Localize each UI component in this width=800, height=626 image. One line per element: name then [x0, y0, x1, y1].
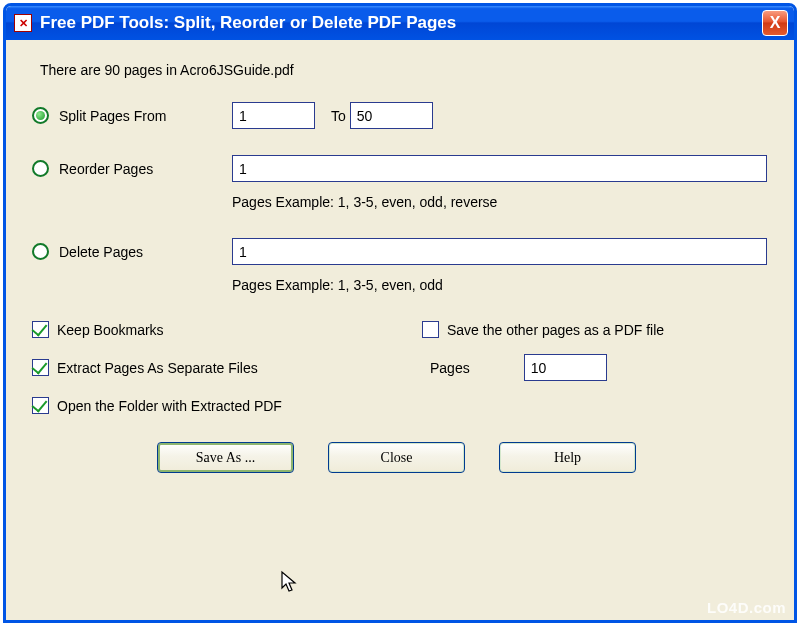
- extract-separate-checkbox[interactable]: [32, 359, 49, 376]
- delete-row: Delete Pages: [32, 238, 768, 265]
- keep-bookmarks-label: Keep Bookmarks: [57, 322, 164, 338]
- pages-count-label: Pages: [430, 360, 470, 376]
- reorder-label: Reorder Pages: [59, 161, 232, 177]
- split-radio[interactable]: [32, 107, 49, 124]
- cursor-icon: [280, 570, 300, 594]
- page-count-info: There are 90 pages in Acro6JSGuide.pdf: [40, 62, 768, 78]
- save-other-label: Save the other pages as a PDF file: [447, 322, 664, 338]
- dialog-content: There are 90 pages in Acro6JSGuide.pdf S…: [6, 40, 794, 495]
- watermark: LO4D.com: [707, 599, 786, 616]
- save-other-checkbox[interactable]: [422, 321, 439, 338]
- open-folder-checkbox[interactable]: [32, 397, 49, 414]
- close-button[interactable]: Close: [328, 442, 465, 473]
- reorder-input[interactable]: [232, 155, 767, 182]
- split-to-input[interactable]: [350, 102, 433, 129]
- reorder-hint: Pages Example: 1, 3-5, even, odd, revers…: [232, 194, 768, 210]
- delete-radio[interactable]: [32, 243, 49, 260]
- delete-label: Delete Pages: [59, 244, 232, 260]
- help-button[interactable]: Help: [499, 442, 636, 473]
- button-row: Save As ... Close Help: [157, 442, 768, 473]
- split-label: Split Pages From: [59, 108, 232, 124]
- check-row-3: Open the Folder with Extracted PDF: [32, 397, 768, 414]
- open-folder-label: Open the Folder with Extracted PDF: [57, 398, 282, 414]
- split-from-input[interactable]: [232, 102, 315, 129]
- pages-count-input[interactable]: [524, 354, 607, 381]
- check-row-1: Keep Bookmarks Save the other pages as a…: [32, 321, 768, 338]
- split-to-label: To: [331, 108, 346, 124]
- reorder-row: Reorder Pages: [32, 155, 768, 182]
- window-title: Free PDF Tools: Split, Reorder or Delete…: [40, 13, 762, 33]
- reorder-radio[interactable]: [32, 160, 49, 177]
- delete-input[interactable]: [232, 238, 767, 265]
- split-row: Split Pages From To: [32, 102, 768, 129]
- app-icon: ✕: [14, 14, 32, 32]
- extract-separate-label: Extract Pages As Separate Files: [57, 360, 258, 376]
- keep-bookmarks-checkbox[interactable]: [32, 321, 49, 338]
- dialog-window: ✕ Free PDF Tools: Split, Reorder or Dele…: [3, 3, 797, 623]
- check-row-2: Extract Pages As Separate Files Pages: [32, 354, 768, 381]
- delete-hint: Pages Example: 1, 3-5, even, odd: [232, 277, 768, 293]
- titlebar[interactable]: ✕ Free PDF Tools: Split, Reorder or Dele…: [6, 6, 794, 40]
- close-icon[interactable]: X: [762, 10, 788, 36]
- save-as-button[interactable]: Save As ...: [157, 442, 294, 473]
